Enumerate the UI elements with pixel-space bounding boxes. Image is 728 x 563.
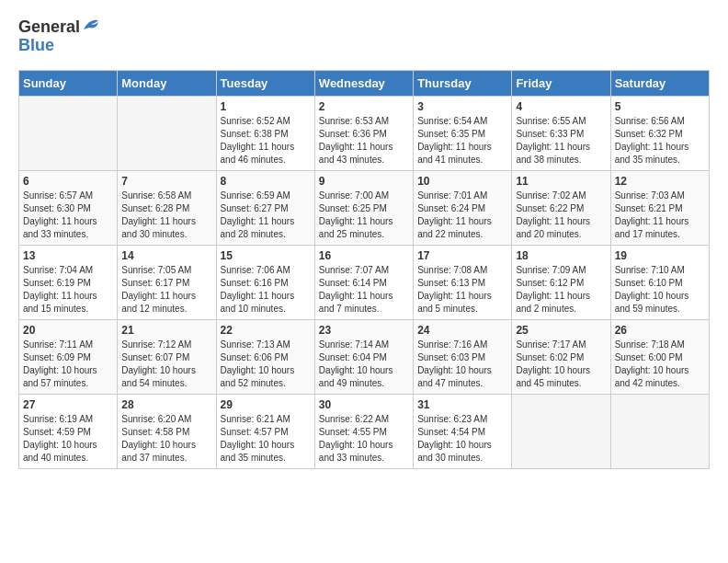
day-info: Sunrise: 6:21 AMSunset: 4:57 PMDaylight:… (221, 413, 311, 465)
sunset-text: Sunset: 6:17 PM (121, 277, 211, 290)
sunrise-text: Sunrise: 6:23 AM (417, 413, 507, 426)
calendar-day-cell: 21Sunrise: 7:12 AMSunset: 6:07 PMDayligh… (118, 319, 216, 394)
calendar-day-cell: 29Sunrise: 6:21 AMSunset: 4:57 PMDayligh… (216, 394, 314, 468)
day-number: 20 (23, 324, 113, 337)
sunrise-text: Sunrise: 6:58 AM (121, 190, 211, 202)
calendar-table: SundayMondayTuesdayWednesdayThursdayFrid… (18, 70, 710, 469)
sunset-text: Sunset: 4:55 PM (319, 426, 409, 439)
calendar-day-cell: 26Sunrise: 7:18 AMSunset: 6:00 PMDayligh… (610, 319, 709, 394)
daylight-text: Daylight: 11 hours and 38 minutes. (516, 141, 606, 167)
calendar-day-cell: 25Sunrise: 7:17 AMSunset: 6:02 PMDayligh… (512, 319, 610, 394)
day-number: 9 (319, 175, 409, 188)
calendar-day-cell: 4Sunrise: 6:55 AMSunset: 6:33 PMDaylight… (512, 96, 610, 170)
sunset-text: Sunset: 6:09 PM (23, 351, 113, 364)
calendar-day-cell: 23Sunrise: 7:14 AMSunset: 6:04 PMDayligh… (314, 319, 413, 394)
daylight-text: Daylight: 10 hours and 49 minutes. (319, 364, 409, 390)
daylight-text: Daylight: 10 hours and 45 minutes. (516, 364, 606, 390)
day-info: Sunrise: 6:58 AMSunset: 6:28 PMDaylight:… (121, 190, 211, 241)
sunrise-text: Sunrise: 6:56 AM (615, 115, 705, 128)
day-info: Sunrise: 7:09 AMSunset: 6:12 PMDaylight:… (516, 264, 606, 316)
daylight-text: Daylight: 10 hours and 33 minutes. (319, 439, 409, 465)
calendar-body: 1Sunrise: 6:52 AMSunset: 6:38 PMDaylight… (19, 96, 710, 468)
sunrise-text: Sunrise: 7:00 AM (319, 190, 409, 202)
calendar-day-cell (512, 394, 610, 468)
calendar-week-row: 1Sunrise: 6:52 AMSunset: 6:38 PMDaylight… (19, 96, 710, 170)
calendar-day-cell: 11Sunrise: 7:02 AMSunset: 6:22 PMDayligh… (512, 170, 610, 245)
day-info: Sunrise: 7:06 AMSunset: 6:16 PMDaylight:… (221, 264, 311, 316)
calendar-day-cell: 1Sunrise: 6:52 AMSunset: 6:38 PMDaylight… (216, 96, 314, 170)
daylight-text: Daylight: 10 hours and 59 minutes. (615, 290, 705, 316)
sunrise-text: Sunrise: 7:16 AM (417, 339, 507, 351)
calendar-day-cell: 24Sunrise: 7:16 AMSunset: 6:03 PMDayligh… (414, 319, 512, 394)
day-number: 14 (121, 249, 211, 262)
day-number: 29 (221, 398, 311, 411)
day-info: Sunrise: 6:22 AMSunset: 4:55 PMDaylight:… (319, 413, 409, 465)
sunset-text: Sunset: 6:02 PM (516, 351, 606, 364)
day-number: 17 (417, 249, 507, 262)
day-info: Sunrise: 7:01 AMSunset: 6:24 PMDaylight:… (417, 190, 507, 241)
day-info: Sunrise: 6:56 AMSunset: 6:32 PMDaylight:… (615, 115, 705, 167)
day-number: 23 (319, 324, 409, 337)
daylight-text: Daylight: 11 hours and 2 minutes. (516, 290, 606, 316)
calendar-day-cell: 6Sunrise: 6:57 AMSunset: 6:30 PMDaylight… (19, 170, 118, 245)
calendar-day-cell: 8Sunrise: 6:59 AMSunset: 6:27 PMDaylight… (216, 170, 314, 245)
sunrise-text: Sunrise: 7:03 AM (615, 190, 705, 202)
calendar-day-cell: 27Sunrise: 6:19 AMSunset: 4:59 PMDayligh… (19, 394, 118, 468)
day-number: 30 (319, 398, 409, 411)
daylight-text: Daylight: 11 hours and 43 minutes. (319, 141, 409, 167)
day-info: Sunrise: 7:14 AMSunset: 6:04 PMDaylight:… (319, 339, 409, 390)
daylight-text: Daylight: 10 hours and 37 minutes. (121, 439, 211, 465)
calendar-day-cell: 20Sunrise: 7:11 AMSunset: 6:09 PMDayligh… (19, 319, 118, 394)
calendar-day-cell: 9Sunrise: 7:00 AMSunset: 6:25 PMDaylight… (314, 170, 413, 245)
day-info: Sunrise: 7:02 AMSunset: 6:22 PMDaylight:… (516, 190, 606, 241)
day-info: Sunrise: 7:17 AMSunset: 6:02 PMDaylight:… (516, 339, 606, 390)
day-info: Sunrise: 6:57 AMSunset: 6:30 PMDaylight:… (23, 190, 113, 241)
daylight-text: Daylight: 11 hours and 25 minutes. (319, 215, 409, 241)
weekday-header-cell: Saturday (610, 70, 709, 96)
day-info: Sunrise: 6:20 AMSunset: 4:58 PMDaylight:… (121, 413, 211, 465)
day-number: 21 (121, 324, 211, 337)
day-info: Sunrise: 6:54 AMSunset: 6:35 PMDaylight:… (417, 115, 507, 167)
sunset-text: Sunset: 6:28 PM (121, 202, 211, 215)
sunset-text: Sunset: 6:13 PM (417, 277, 507, 290)
calendar-week-row: 13Sunrise: 7:04 AMSunset: 6:19 PMDayligh… (19, 245, 710, 319)
day-info: Sunrise: 7:16 AMSunset: 6:03 PMDaylight:… (417, 339, 507, 390)
weekday-header-cell: Monday (118, 70, 216, 96)
calendar-day-cell: 18Sunrise: 7:09 AMSunset: 6:12 PMDayligh… (512, 245, 610, 319)
calendar-day-cell: 15Sunrise: 7:06 AMSunset: 6:16 PMDayligh… (216, 245, 314, 319)
calendar-day-cell: 22Sunrise: 7:13 AMSunset: 6:06 PMDayligh… (216, 319, 314, 394)
sunset-text: Sunset: 6:07 PM (121, 351, 211, 364)
sunset-text: Sunset: 6:30 PM (23, 202, 113, 215)
sunset-text: Sunset: 6:24 PM (417, 202, 507, 215)
calendar-day-cell (19, 96, 118, 170)
calendar-day-cell: 31Sunrise: 6:23 AMSunset: 4:54 PMDayligh… (414, 394, 512, 468)
sunrise-text: Sunrise: 7:02 AM (516, 190, 606, 202)
day-info: Sunrise: 6:19 AMSunset: 4:59 PMDaylight:… (23, 413, 113, 465)
calendar-day-cell: 2Sunrise: 6:53 AMSunset: 6:36 PMDaylight… (314, 96, 413, 170)
daylight-text: Daylight: 11 hours and 33 minutes. (23, 215, 113, 241)
sunrise-text: Sunrise: 6:53 AM (319, 115, 409, 128)
calendar-day-cell: 28Sunrise: 6:20 AMSunset: 4:58 PMDayligh… (118, 394, 216, 468)
sunrise-text: Sunrise: 6:59 AM (221, 190, 311, 202)
daylight-text: Daylight: 11 hours and 5 minutes. (417, 290, 507, 316)
calendar-week-row: 6Sunrise: 6:57 AMSunset: 6:30 PMDaylight… (19, 170, 710, 245)
daylight-text: Daylight: 11 hours and 20 minutes. (516, 215, 606, 241)
day-number: 24 (417, 324, 507, 337)
daylight-text: Daylight: 10 hours and 42 minutes. (615, 364, 705, 390)
day-number: 8 (221, 175, 311, 188)
logo-bird-icon (82, 17, 100, 35)
sunrise-text: Sunrise: 7:13 AM (221, 339, 311, 351)
day-info: Sunrise: 7:05 AMSunset: 6:17 PMDaylight:… (121, 264, 211, 316)
sunset-text: Sunset: 6:04 PM (319, 351, 409, 364)
day-number: 1 (221, 100, 311, 113)
sunset-text: Sunset: 6:25 PM (319, 202, 409, 215)
sunrise-text: Sunrise: 6:20 AM (121, 413, 211, 426)
sunrise-text: Sunrise: 7:10 AM (615, 264, 705, 277)
day-info: Sunrise: 6:53 AMSunset: 6:36 PMDaylight:… (319, 115, 409, 167)
sunrise-text: Sunrise: 6:55 AM (516, 115, 606, 128)
sunrise-text: Sunrise: 7:09 AM (516, 264, 606, 277)
sunrise-text: Sunrise: 7:04 AM (23, 264, 113, 277)
day-number: 12 (615, 175, 705, 188)
day-info: Sunrise: 7:03 AMSunset: 6:21 PMDaylight:… (615, 190, 705, 241)
sunset-text: Sunset: 6:33 PM (516, 128, 606, 141)
